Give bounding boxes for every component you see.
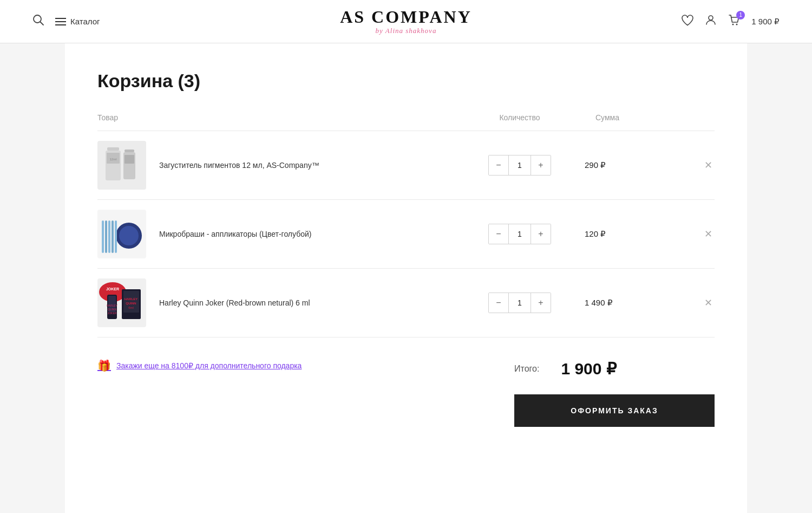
logo-sub-text: by Alina shakhova bbox=[340, 27, 472, 35]
header-left: Каталог bbox=[32, 14, 100, 29]
qty-value: 1 bbox=[508, 293, 531, 313]
header-logo[interactable]: AS COMPANY by Alina shakhova bbox=[340, 8, 472, 35]
header-right: 1 1 900 ₽ bbox=[681, 14, 780, 29]
qty-decrease-button[interactable]: − bbox=[489, 293, 508, 313]
svg-point-15 bbox=[119, 226, 139, 245]
main-content: Корзина (3) Товар Количество Сумма 12ml bbox=[65, 43, 747, 513]
account-icon[interactable] bbox=[705, 14, 717, 29]
col-sum-header: Сумма bbox=[585, 113, 682, 131]
qty-control: − 1 + bbox=[488, 155, 551, 176]
gift-link[interactable]: 🎁 Закажи еще на 8100₽ для дополнительног… bbox=[97, 359, 302, 372]
svg-text:JOKER: JOKER bbox=[106, 287, 119, 291]
cart-badge: 1 bbox=[736, 11, 745, 20]
svg-text:6ml: 6ml bbox=[128, 306, 134, 309]
svg-rect-16 bbox=[102, 220, 104, 253]
item-price: 120 ₽ bbox=[585, 200, 682, 269]
catalog-label: Каталог bbox=[70, 17, 100, 26]
col-product-header: Товар bbox=[97, 113, 455, 131]
gift-icon: 🎁 bbox=[97, 359, 111, 372]
product-cell: 12ml Загуститель пигментов 12 мл, AS-Com… bbox=[97, 141, 455, 190]
svg-rect-10 bbox=[125, 150, 134, 152]
svg-line-1 bbox=[41, 22, 44, 25]
page-title: Корзина (3) bbox=[97, 70, 715, 92]
footer-section: 🎁 Закажи еще на 8100₽ для дополнительног… bbox=[97, 359, 715, 427]
qty-increase-button[interactable]: + bbox=[531, 224, 551, 244]
svg-rect-19 bbox=[112, 220, 114, 253]
total-row: Итого: 1 900 ₽ bbox=[514, 359, 715, 378]
svg-rect-18 bbox=[108, 220, 110, 253]
item-price: 290 ₽ bbox=[585, 131, 682, 200]
product-name: Harley Quinn Joker (Red-brown netural) 6… bbox=[159, 298, 310, 307]
table-row: JOKER HARLEY QUINN JOKER HARLEY QUINN 6m… bbox=[97, 269, 715, 337]
svg-rect-5 bbox=[97, 141, 146, 190]
svg-text:HARLEY: HARLEY bbox=[125, 297, 138, 301]
product-image: JOKER HARLEY QUINN JOKER HARLEY QUINN 6m… bbox=[97, 278, 146, 327]
svg-text:12ml: 12ml bbox=[109, 158, 116, 161]
menu-icon bbox=[55, 18, 66, 25]
product-name: Загуститель пигментов 12 мл, AS-Company™ bbox=[159, 161, 319, 170]
svg-rect-6 bbox=[107, 147, 119, 151]
qty-control: − 1 + bbox=[488, 224, 551, 244]
remove-item-button[interactable]: ✕ bbox=[702, 226, 715, 242]
checkout-button[interactable]: ОФОРМИТЬ ЗАКАЗ bbox=[514, 394, 715, 427]
svg-text:JOKER: JOKER bbox=[108, 311, 117, 315]
logo-main-text: AS COMPANY bbox=[340, 8, 472, 25]
product-image bbox=[97, 210, 146, 258]
cart-icon[interactable]: 1 bbox=[728, 14, 741, 29]
product-cell: JOKER HARLEY QUINN JOKER HARLEY QUINN 6m… bbox=[97, 278, 455, 327]
wishlist-icon[interactable] bbox=[681, 14, 694, 29]
svg-point-2 bbox=[709, 16, 713, 20]
svg-point-4 bbox=[736, 23, 738, 25]
svg-rect-20 bbox=[115, 220, 117, 253]
item-price: 1 490 ₽ bbox=[585, 269, 682, 337]
total-section: Итого: 1 900 ₽ ОФОРМИТЬ ЗАКАЗ bbox=[514, 359, 715, 427]
qty-value: 1 bbox=[508, 224, 531, 244]
svg-text:QUINN: QUINN bbox=[126, 302, 136, 305]
qty-decrease-button[interactable]: − bbox=[489, 155, 508, 175]
total-label: Итого: bbox=[514, 364, 539, 374]
cart-table: Товар Количество Сумма 12ml Загуститель … bbox=[97, 113, 715, 337]
search-icon[interactable] bbox=[32, 14, 44, 29]
product-name: Микробраши - аппликаторы (Цвет-голубой) bbox=[159, 230, 311, 238]
remove-item-button[interactable]: ✕ bbox=[702, 295, 715, 311]
qty-decrease-button[interactable]: − bbox=[489, 224, 508, 244]
header: Каталог AS COMPANY by Alina shakhova 1 bbox=[0, 0, 812, 43]
svg-point-3 bbox=[732, 23, 734, 25]
qty-value: 1 bbox=[508, 155, 531, 175]
qty-control: − 1 + bbox=[488, 293, 551, 313]
qty-increase-button[interactable]: + bbox=[531, 155, 551, 175]
product-cell: Микробраши - аппликаторы (Цвет-голубой) bbox=[97, 210, 455, 258]
catalog-button[interactable]: Каталог bbox=[55, 17, 100, 26]
svg-text:QUINN: QUINN bbox=[108, 308, 117, 311]
col-qty-header: Количество bbox=[455, 113, 585, 131]
table-row: Микробраши - аппликаторы (Цвет-голубой) … bbox=[97, 200, 715, 269]
total-value: 1 900 ₽ bbox=[561, 359, 616, 378]
remove-item-button[interactable]: ✕ bbox=[702, 157, 715, 173]
cart-price: 1 900 ₽ bbox=[751, 17, 780, 27]
product-image: 12ml bbox=[97, 141, 146, 190]
svg-rect-17 bbox=[105, 220, 107, 253]
gift-text: Закажи еще на 8100₽ для дополнительного … bbox=[116, 361, 302, 370]
qty-increase-button[interactable]: + bbox=[531, 293, 551, 313]
svg-rect-12 bbox=[125, 155, 134, 164]
svg-text:HARLEY: HARLEY bbox=[107, 304, 118, 307]
table-row: 12ml Загуститель пигментов 12 мл, AS-Com… bbox=[97, 131, 715, 200]
